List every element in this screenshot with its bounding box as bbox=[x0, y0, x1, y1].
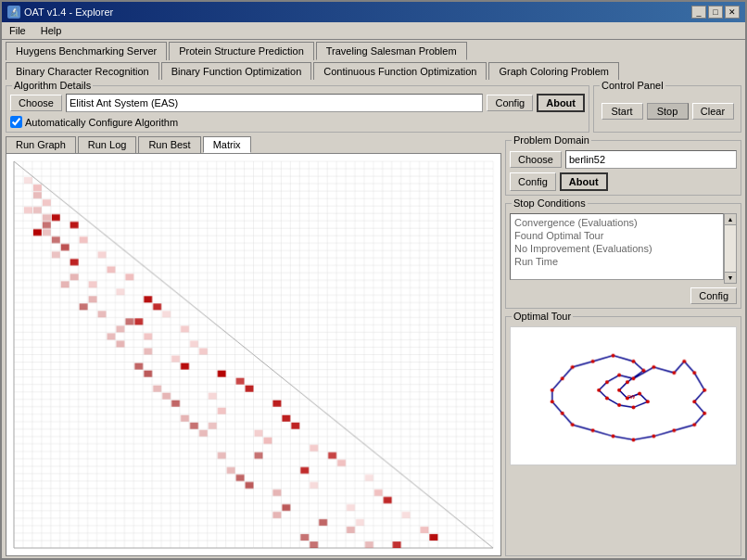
tab-traveling-salesman[interactable]: Traveling Salesman Problem bbox=[316, 42, 467, 60]
stop-item-runtime: Run Time bbox=[513, 255, 721, 268]
auto-config-checkbox[interactable] bbox=[10, 116, 22, 128]
inner-tabs: Run Graph Run Log Run Best Matrix bbox=[6, 136, 501, 153]
tab-protein[interactable]: Protein Structure Prediction bbox=[169, 42, 314, 60]
tab-binary-char[interactable]: Binary Character Recognition bbox=[6, 62, 159, 80]
problem-domain-row2: Config About bbox=[510, 172, 737, 191]
algo-about-button[interactable]: About bbox=[537, 94, 585, 112]
left-panel: Run Graph Run Log Run Best Matrix bbox=[6, 136, 501, 556]
main-window: 🔬 OAT v1.4 - Explorer _ □ ✕ File Help Hu… bbox=[0, 0, 747, 560]
menu-bar: File Help bbox=[2, 22, 745, 40]
main-content: Run Graph Run Log Run Best Matrix Proble… bbox=[6, 136, 741, 556]
algo-row2: Automatically Configure Algorithm bbox=[10, 116, 585, 128]
domain-input[interactable] bbox=[565, 150, 737, 169]
start-button[interactable]: Start bbox=[601, 103, 643, 120]
algo-name-input[interactable] bbox=[66, 94, 484, 112]
matrix-panel bbox=[6, 153, 501, 556]
algo-config-button[interactable]: Config bbox=[487, 95, 533, 111]
domain-choose-button[interactable]: Choose bbox=[510, 151, 562, 168]
tab-matrix[interactable]: Matrix bbox=[203, 136, 251, 153]
scroll-track bbox=[725, 225, 736, 272]
auto-config-label[interactable]: Automatically Configure Algorithm bbox=[10, 116, 178, 128]
menu-file[interactable]: File bbox=[6, 24, 30, 37]
algo-choose-button[interactable]: Choose bbox=[10, 95, 62, 111]
stop-item-optimal: Found Optimal Tour bbox=[513, 229, 721, 242]
maximize-button[interactable]: □ bbox=[708, 6, 723, 19]
tab-graph-coloring[interactable]: Graph Coloring Problem bbox=[488, 62, 619, 80]
stop-list-container: Convergence (Evaluations) Found Optimal … bbox=[510, 213, 737, 284]
title-bar-controls: _ □ ✕ bbox=[691, 6, 740, 19]
tab-huygens[interactable]: Huygens Benchmarking Server bbox=[6, 42, 167, 60]
top-panels: Algorithm Details Choose Config About Au… bbox=[6, 82, 741, 133]
tabs-row2: Binary Character Recognition Binary Func… bbox=[2, 60, 745, 80]
tab-run-best[interactable]: Run Best bbox=[138, 136, 200, 153]
stop-scrollbar[interactable]: ▲ ▼ bbox=[724, 213, 737, 284]
window-title: OAT v1.4 - Explorer bbox=[24, 6, 113, 18]
scroll-down-arrow[interactable]: ▼ bbox=[725, 272, 736, 283]
problem-domain-legend: Problem Domain bbox=[512, 136, 591, 146]
stop-conditions-list: Convergence (Evaluations) Found Optimal … bbox=[510, 213, 724, 280]
stop-item-convergence: Convergence (Evaluations) bbox=[513, 216, 721, 229]
algorithm-details-legend: Algorithm Details bbox=[12, 80, 93, 91]
optimal-tour-panel: Optimal Tour bbox=[505, 316, 741, 556]
clear-button[interactable]: Clear bbox=[692, 103, 734, 120]
right-panel: Problem Domain Choose Config About Stop … bbox=[505, 136, 741, 556]
problem-domain-row1: Choose bbox=[510, 150, 737, 169]
app-icon: 🔬 bbox=[7, 6, 20, 19]
domain-config-button[interactable]: Config bbox=[510, 172, 556, 191]
stop-item-no-improvement: No Improvement (Evaluations) bbox=[513, 242, 721, 255]
scroll-up-arrow[interactable]: ▲ bbox=[725, 214, 736, 225]
stop-button[interactable]: Stop bbox=[647, 103, 689, 120]
auto-config-text: Automatically Configure Algorithm bbox=[25, 117, 178, 128]
content-area: Algorithm Details Choose Config About Au… bbox=[2, 80, 745, 558]
tab-run-log[interactable]: Run Log bbox=[78, 136, 137, 153]
stop-config-button[interactable]: Config bbox=[690, 287, 737, 304]
stop-conditions-legend: Stop Conditions bbox=[512, 197, 588, 209]
control-panel-legend: Control Panel bbox=[600, 80, 665, 91]
stop-conditions-panel: Stop Conditions Convergence (Evaluations… bbox=[505, 203, 741, 309]
tab-continuous-func[interactable]: Continuous Function Optimization bbox=[313, 62, 487, 80]
close-button[interactable]: ✕ bbox=[725, 6, 740, 19]
control-panel: Control Panel Start Stop Clear bbox=[593, 85, 741, 133]
matrix-canvas bbox=[6, 154, 500, 555]
tab-binary-func[interactable]: Binary Function Optimization bbox=[161, 62, 312, 80]
menu-help[interactable]: Help bbox=[37, 24, 66, 37]
tabs-row1: Huygens Benchmarking Server Protein Stru… bbox=[2, 40, 745, 60]
tab-run-graph[interactable]: Run Graph bbox=[6, 136, 76, 153]
optimal-tour-legend: Optimal Tour bbox=[512, 311, 573, 322]
minimize-button[interactable]: _ bbox=[691, 6, 706, 19]
algo-row1: Choose Config About bbox=[10, 94, 585, 112]
title-bar-left: 🔬 OAT v1.4 - Explorer bbox=[7, 6, 113, 19]
tour-canvas bbox=[510, 326, 737, 465]
problem-domain-panel: Problem Domain Choose Config About bbox=[505, 140, 741, 196]
stop-config-row: Config bbox=[510, 287, 737, 304]
domain-about-button[interactable]: About bbox=[560, 172, 608, 191]
title-bar: 🔬 OAT v1.4 - Explorer _ □ ✕ bbox=[2, 2, 745, 22]
algorithm-details-panel: Algorithm Details Choose Config About Au… bbox=[6, 85, 589, 133]
